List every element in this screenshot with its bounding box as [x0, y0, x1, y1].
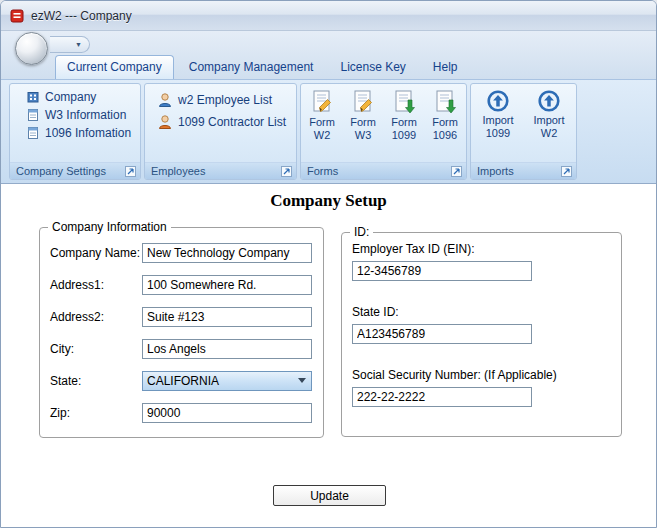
city-label: City:: [50, 342, 142, 356]
ribbon-item-1096-information[interactable]: 1096 Infomation: [22, 124, 140, 142]
title-bar: ezW2 --- Company: [1, 1, 656, 31]
ribbon-item-label: 1096 Infomation: [45, 126, 131, 140]
w2-employee-icon: [157, 92, 173, 108]
address2-row: Address2:: [50, 306, 323, 327]
qat-dropdown-icon[interactable]: ▼: [75, 41, 82, 48]
zip-row: Zip:: [50, 402, 323, 423]
group-caption-forms: Forms: [301, 162, 466, 179]
state-id-label: State ID:: [352, 305, 611, 319]
ribbon-group-imports: Import 1099 Import W2 Imports: [470, 83, 577, 180]
address1-input[interactable]: [142, 275, 312, 295]
update-button[interactable]: Update: [273, 485, 386, 506]
ribbon-item-label: W3 Information: [45, 108, 126, 122]
city-row: City:: [50, 338, 323, 359]
state-select[interactable]: CALIFORNIA: [142, 371, 312, 391]
company-name-row: Company Name:: [50, 242, 323, 263]
ribbon-item-company[interactable]: Company: [22, 88, 140, 106]
imports-launcher-icon[interactable]: [560, 165, 573, 178]
form-w3-icon: [350, 89, 376, 115]
form-w2-icon: [309, 89, 335, 115]
ein-input[interactable]: [352, 261, 532, 281]
company-information-groupbox: Company Information Company Name: Addres…: [39, 227, 324, 438]
ribbon-tab-bar: Current Company Company Management Licen…: [55, 55, 473, 79]
ribbon-item-label: 1099 Contractor List: [178, 115, 286, 129]
quick-access-toolbar[interactable]: ▼: [50, 36, 90, 53]
ribbon-item-label: w2 Employee List: [178, 93, 272, 107]
state-dropdown-arrow-icon[interactable]: [298, 378, 306, 383]
form-1096-icon: [432, 89, 458, 115]
ribbon-button-form-1096[interactable]: Form 1096: [425, 86, 465, 162]
tab-help[interactable]: Help: [421, 55, 470, 79]
zip-input[interactable]: [142, 403, 312, 423]
company-information-legend: Company Information: [48, 220, 171, 234]
ssn-input[interactable]: [352, 387, 532, 407]
tab-company-management[interactable]: Company Management: [177, 55, 326, 79]
page-title: Company Setup: [1, 191, 656, 211]
import-w2-icon: [537, 89, 561, 113]
tab-license-key[interactable]: License Key: [328, 55, 417, 79]
state-id-input[interactable]: [352, 324, 532, 344]
application-menu-button[interactable]: [15, 32, 48, 65]
company-name-label: Company Name:: [50, 246, 142, 260]
id-legend: ID:: [350, 225, 373, 239]
company-name-input[interactable]: [142, 243, 312, 263]
ribbon-chrome: ▼ Current Company Company Management Lic…: [1, 31, 656, 79]
zip-label: Zip:: [50, 406, 142, 420]
ribbon-button-import-w2[interactable]: Import W2: [525, 86, 573, 162]
company-icon: [26, 90, 40, 104]
app-icon: [9, 8, 25, 24]
ribbon-group-company-settings: Company W3 Information: [9, 83, 141, 180]
ribbon-item-1099-contractor-list[interactable]: 1099 Contractor List: [153, 110, 296, 132]
address1-row: Address1:: [50, 274, 323, 295]
state-row: State: CALIFORNIA: [50, 370, 323, 391]
address2-input[interactable]: [142, 307, 312, 327]
ribbon-button-form-w3[interactable]: Form W3: [343, 86, 383, 162]
state-select-value: CALIFORNIA: [147, 374, 219, 388]
ribbon-item-w2-employee-list[interactable]: w2 Employee List: [153, 88, 296, 110]
group-caption-employees: Employees: [145, 162, 296, 179]
company-setup-panel: Company Setup Company Information Compan…: [1, 184, 656, 527]
state-label: State:: [50, 374, 142, 388]
company-settings-launcher-icon[interactable]: [124, 165, 137, 178]
city-input[interactable]: [142, 339, 312, 359]
ribbon-button-import-1099[interactable]: Import 1099: [474, 86, 522, 162]
app-window: ezW2 --- Company ▼ Current Company Compa…: [0, 0, 657, 528]
ribbon-item-label: Company: [45, 90, 96, 104]
employees-launcher-icon[interactable]: [280, 165, 293, 178]
tab-current-company[interactable]: Current Company: [55, 55, 174, 79]
ribbon-group-employees: w2 Employee List 1099 Contractor List Em…: [144, 83, 297, 180]
ribbon-button-form-w2[interactable]: Form W2: [302, 86, 342, 162]
ribbon: Company W3 Information: [1, 79, 656, 184]
address2-label: Address2:: [50, 310, 142, 324]
address1-label: Address1:: [50, 278, 142, 292]
group-caption-company-settings: Company Settings: [10, 162, 140, 179]
doc-1096-icon: [26, 126, 40, 140]
form-1099-icon: [391, 89, 417, 115]
ein-label: Employer Tax ID (EIN):: [352, 242, 611, 256]
id-groupbox: ID: Employer Tax ID (EIN): State ID: Soc…: [341, 232, 622, 437]
import-1099-icon: [486, 89, 510, 113]
ribbon-group-forms: Form W2 Form W3: [300, 83, 467, 180]
group-caption-imports: Imports: [471, 162, 576, 179]
forms-launcher-icon[interactable]: [450, 165, 463, 178]
window-title: ezW2 --- Company: [31, 9, 132, 23]
w3-information-icon: [26, 108, 40, 122]
contractor-icon: [157, 114, 173, 130]
ribbon-button-form-1099[interactable]: Form 1099: [384, 86, 424, 162]
ssn-label: Social Security Number: (If Applicable): [352, 368, 611, 382]
ribbon-item-w3-information[interactable]: W3 Information: [22, 106, 140, 124]
